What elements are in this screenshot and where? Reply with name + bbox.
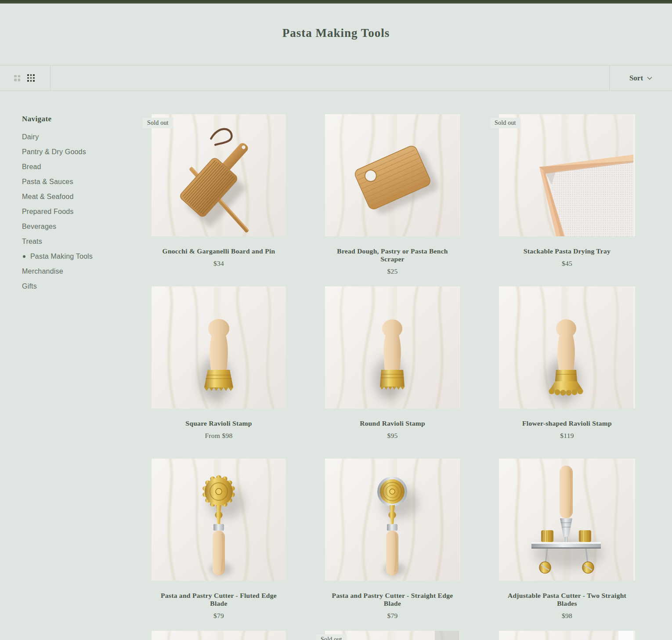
product-price: $45 <box>499 260 635 268</box>
product-image[interactable]: Sold out <box>152 114 286 236</box>
product-card[interactable]: Sold out Gnocchi & Garganelli Board and … <box>152 114 286 286</box>
sidebar-item-merchandise[interactable]: Merchandise <box>22 267 132 275</box>
announcement-bar <box>0 0 672 4</box>
page-title: Pasta Making Tools <box>0 26 672 40</box>
sort-dropdown[interactable]: Sort <box>609 65 672 90</box>
sidebar-item-pasta-making-tools[interactable]: Pasta Making Tools <box>22 252 132 260</box>
product-price: $119 <box>499 432 635 440</box>
view-toggles <box>0 65 51 90</box>
product-card[interactable] <box>152 631 286 640</box>
sidebar-navigation: Navigate Dairy Pantry & Dry Goods Bread … <box>22 115 132 290</box>
product-price: $98 <box>499 612 635 620</box>
product-image[interactable] <box>325 114 460 236</box>
sidebar-heading: Navigate <box>22 115 132 123</box>
sidebar-item-prepared-foods[interactable]: Prepared Foods <box>22 207 132 216</box>
sold-out-badge: Sold out <box>490 118 520 128</box>
grid-2-col-icon[interactable] <box>14 75 20 81</box>
product-title[interactable]: Pasta and Pastry Cutter - Straight Edge … <box>328 592 457 607</box>
product-image[interactable] <box>325 459 460 581</box>
product-image[interactable] <box>152 459 286 581</box>
product-price: $95 <box>325 432 460 440</box>
sidebar-item-beverages[interactable]: Beverages <box>22 222 132 231</box>
product-card[interactable]: Sold out Stackable Pasta Drying Tray $45 <box>499 114 635 286</box>
product-title[interactable]: Gnocchi & Garganelli Board and Pin <box>154 247 283 255</box>
sidebar-item-treats[interactable]: Treats <box>22 237 132 246</box>
sort-label: Sort <box>629 74 643 83</box>
product-image[interactable] <box>499 286 635 409</box>
chevron-down-icon <box>647 76 652 80</box>
grid-3-col-icon[interactable] <box>27 74 35 82</box>
collection-toolbar: Sort <box>0 65 672 91</box>
sold-out-badge: Sold out <box>316 634 347 640</box>
product-title[interactable]: Pasta and Pastry Cutter - Fluted Edge Bl… <box>154 592 283 607</box>
product-card[interactable]: Pasta and Pastry Cutter - Fluted Edge Bl… <box>152 459 286 631</box>
product-title[interactable]: Round Ravioli Stamp <box>328 419 457 427</box>
sidebar-item-bread[interactable]: Bread <box>22 163 132 171</box>
product-card[interactable]: Bread Dough, Pastry or Pasta Bench Scrap… <box>325 114 460 286</box>
product-price: $79 <box>152 612 286 620</box>
sidebar-item-dairy[interactable]: Dairy <box>22 133 132 141</box>
product-card[interactable]: Adjustable Pasta Cutter - Two Straight B… <box>499 459 635 631</box>
sidebar-item-meat-seafood[interactable]: Meat & Seafood <box>22 192 132 201</box>
product-card[interactable]: Round Ravioli Stamp $95 <box>325 286 460 459</box>
product-title[interactable]: Stackable Pasta Drying Tray <box>502 247 632 255</box>
product-price: $79 <box>325 612 460 620</box>
sidebar-item-pasta-sauces[interactable]: Pasta & Sauces <box>22 177 132 186</box>
active-item-bullet <box>23 255 25 258</box>
product-image[interactable] <box>152 286 286 409</box>
product-grid: Sold out Gnocchi & Garganelli Board and … <box>152 114 639 640</box>
product-image[interactable]: Sold out <box>325 631 460 640</box>
product-card[interactable]: Pasta and Pastry Cutter - Straight Edge … <box>325 459 460 631</box>
sidebar-list: Dairy Pantry & Dry Goods Bread Pasta & S… <box>22 133 132 290</box>
product-image[interactable] <box>499 459 635 581</box>
product-card[interactable]: Sold out <box>325 631 460 640</box>
product-image[interactable] <box>152 631 286 640</box>
product-image[interactable] <box>499 631 635 640</box>
product-title[interactable]: Flower-shaped Ravioli Stamp <box>502 419 632 427</box>
sidebar-item-pantry-dry-goods[interactable]: Pantry & Dry Goods <box>22 148 132 156</box>
product-image[interactable]: Sold out <box>499 114 635 236</box>
sidebar-item-gifts[interactable]: Gifts <box>22 282 132 290</box>
product-price: $25 <box>325 268 460 275</box>
product-image[interactable] <box>325 286 460 409</box>
product-card[interactable] <box>499 631 635 640</box>
product-card[interactable]: Flower-shaped Ravioli Stamp $119 <box>499 286 635 459</box>
product-title[interactable]: Square Ravioli Stamp <box>154 419 283 427</box>
product-price: From $98 <box>152 432 286 440</box>
product-title[interactable]: Adjustable Pasta Cutter - Two Straight B… <box>502 592 632 607</box>
product-card[interactable]: Square Ravioli Stamp From $98 <box>152 286 286 459</box>
product-price: $34 <box>152 260 286 268</box>
sold-out-badge: Sold out <box>143 118 173 128</box>
product-title[interactable]: Bread Dough, Pastry or Pasta Bench Scrap… <box>328 247 457 263</box>
